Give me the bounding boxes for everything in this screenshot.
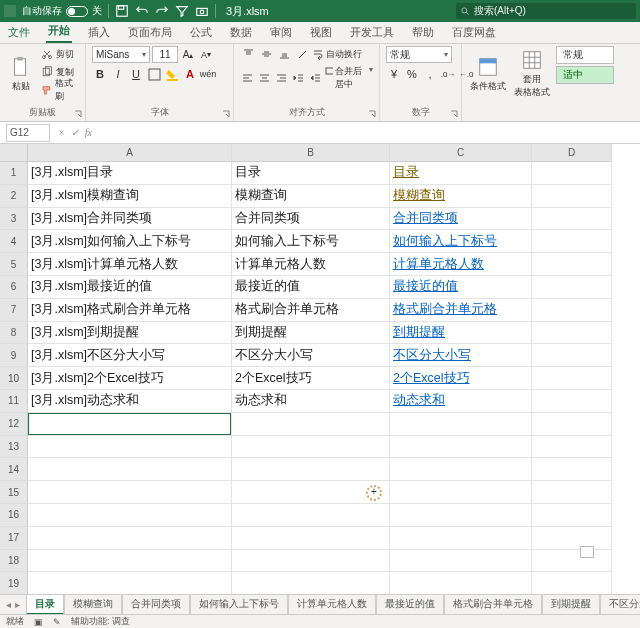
format-painter-button[interactable]: 格式刷 bbox=[41, 82, 79, 98]
cell-hyperlink[interactable]: 目录 bbox=[390, 162, 532, 185]
row-header[interactable]: 16 bbox=[0, 504, 28, 527]
row-header[interactable]: 12 bbox=[0, 413, 28, 436]
align-middle-icon[interactable] bbox=[258, 46, 274, 62]
row-header[interactable]: 13 bbox=[0, 436, 28, 459]
select-all-corner[interactable] bbox=[0, 144, 28, 162]
cell[interactable] bbox=[232, 458, 390, 481]
cell-hyperlink[interactable]: 最接近的值 bbox=[390, 276, 532, 299]
cell[interactable] bbox=[532, 390, 612, 413]
cell[interactable] bbox=[532, 550, 612, 573]
row-header[interactable]: 8 bbox=[0, 322, 28, 345]
number-launcher[interactable] bbox=[449, 109, 459, 119]
tab-nav-prev-icon[interactable]: ◂ bbox=[6, 599, 11, 610]
cell[interactable] bbox=[28, 572, 232, 595]
comma-icon[interactable]: , bbox=[422, 66, 438, 82]
row-header[interactable]: 4 bbox=[0, 230, 28, 253]
cell[interactable] bbox=[532, 367, 612, 390]
cell[interactable] bbox=[28, 504, 232, 527]
cell[interactable] bbox=[532, 572, 612, 595]
cell-hyperlink[interactable]: 模糊查询 bbox=[390, 185, 532, 208]
cell-style-good[interactable]: 适中 bbox=[556, 66, 614, 84]
cell-hyperlink[interactable] bbox=[390, 504, 532, 527]
cell-hyperlink[interactable]: 到期提醒 bbox=[390, 322, 532, 345]
formula-input[interactable] bbox=[98, 124, 640, 142]
cell[interactable]: [3月.xlsm]2个Excel技巧 bbox=[28, 367, 232, 390]
cell[interactable]: [3月.xlsm]计算单元格人数 bbox=[28, 253, 232, 276]
filter-icon[interactable] bbox=[175, 4, 189, 18]
name-box[interactable]: G12 bbox=[6, 124, 50, 142]
italic-button[interactable]: I bbox=[110, 66, 126, 82]
cell[interactable]: 合并同类项 bbox=[232, 208, 390, 231]
cell[interactable] bbox=[532, 299, 612, 322]
cell[interactable] bbox=[232, 436, 390, 459]
row-header[interactable]: 7 bbox=[0, 299, 28, 322]
cell[interactable]: [3月.xlsm]格式刷合并单元格 bbox=[28, 299, 232, 322]
cell-hyperlink[interactable] bbox=[390, 527, 532, 550]
sheet-tab[interactable]: 计算单元格人数 bbox=[288, 594, 376, 614]
tab-baidu[interactable]: 百度网盘 bbox=[450, 22, 498, 43]
number-format-combo[interactable]: 常规▾ bbox=[386, 46, 452, 63]
cell-hyperlink[interactable]: 合并同类项 bbox=[390, 208, 532, 231]
cell[interactable] bbox=[532, 344, 612, 367]
sheet-tab[interactable]: 目录 bbox=[26, 594, 64, 614]
decrease-font-icon[interactable]: A▾ bbox=[198, 47, 214, 63]
cell-style-normal[interactable]: 常规 bbox=[556, 46, 614, 64]
conditional-format-button[interactable]: 条件格式 bbox=[468, 46, 508, 102]
cell-hyperlink[interactable]: 不区分大小写 bbox=[390, 344, 532, 367]
cancel-formula-icon[interactable]: × bbox=[58, 127, 65, 138]
cell[interactable] bbox=[232, 413, 390, 436]
fill-color-button[interactable] bbox=[164, 66, 180, 82]
sheet-tab[interactable]: 模糊查询 bbox=[64, 594, 122, 614]
cell[interactable]: [3月.xlsm]目录 bbox=[28, 162, 232, 185]
cell[interactable] bbox=[232, 550, 390, 573]
tab-layout[interactable]: 页面布局 bbox=[126, 22, 174, 43]
align-center-icon[interactable] bbox=[257, 70, 272, 86]
cell[interactable] bbox=[532, 413, 612, 436]
align-bottom-icon[interactable] bbox=[276, 46, 292, 62]
cell[interactable] bbox=[532, 504, 612, 527]
cell[interactable] bbox=[532, 322, 612, 345]
save-icon[interactable] bbox=[115, 4, 129, 18]
tab-home[interactable]: 开始 bbox=[46, 20, 72, 43]
row-header[interactable]: 6 bbox=[0, 276, 28, 299]
format-as-table-button[interactable]: 套用 表格格式 bbox=[512, 46, 552, 102]
toggle-icon[interactable] bbox=[66, 6, 88, 17]
row-header[interactable]: 18 bbox=[0, 550, 28, 573]
cell-hyperlink[interactable] bbox=[390, 436, 532, 459]
align-left-icon[interactable] bbox=[240, 70, 255, 86]
row-header[interactable]: 15 bbox=[0, 481, 28, 504]
row-header[interactable]: 5 bbox=[0, 253, 28, 276]
sheet-tab[interactable]: 不区分大小写 bbox=[600, 594, 640, 614]
row-header[interactable]: 14 bbox=[0, 458, 28, 481]
font-name-combo[interactable]: MiSans▾ bbox=[92, 46, 150, 63]
cell[interactable] bbox=[232, 572, 390, 595]
cell-hyperlink[interactable] bbox=[390, 550, 532, 573]
font-launcher[interactable] bbox=[221, 109, 231, 119]
cell[interactable] bbox=[28, 481, 232, 504]
cell[interactable]: [3月.xlsm]如何输入上下标号 bbox=[28, 230, 232, 253]
cell-hyperlink[interactable]: 格式刷合并单元格 bbox=[390, 299, 532, 322]
cell-hyperlink[interactable]: 动态求和 bbox=[390, 390, 532, 413]
cell[interactable] bbox=[28, 436, 232, 459]
sheet-tab[interactable]: 最接近的值 bbox=[376, 594, 444, 614]
percent-icon[interactable]: % bbox=[404, 66, 420, 82]
sheet-tab[interactable]: 合并同类项 bbox=[122, 594, 190, 614]
cell[interactable] bbox=[532, 436, 612, 459]
tab-review[interactable]: 审阅 bbox=[268, 22, 294, 43]
enter-formula-icon[interactable]: ✓ bbox=[71, 127, 79, 138]
border-button[interactable] bbox=[146, 66, 162, 82]
align-right-icon[interactable] bbox=[274, 70, 289, 86]
accessibility-icon[interactable]: ✎ bbox=[53, 617, 61, 627]
font-size-combo[interactable]: 11 bbox=[152, 46, 178, 63]
decrease-indent-icon[interactable] bbox=[291, 70, 306, 86]
cell[interactable]: 动态求和 bbox=[232, 390, 390, 413]
cell[interactable]: 模糊查询 bbox=[232, 185, 390, 208]
cell[interactable]: 到期提醒 bbox=[232, 322, 390, 345]
cell[interactable]: [3月.xlsm]模糊查询 bbox=[28, 185, 232, 208]
cell-hyperlink[interactable] bbox=[390, 413, 532, 436]
tab-insert[interactable]: 插入 bbox=[86, 22, 112, 43]
align-launcher[interactable] bbox=[367, 109, 377, 119]
cut-button[interactable]: 剪切 bbox=[41, 46, 79, 62]
tab-formulas[interactable]: 公式 bbox=[188, 22, 214, 43]
autosave-toggle[interactable]: 自动保存 关 bbox=[22, 4, 102, 18]
